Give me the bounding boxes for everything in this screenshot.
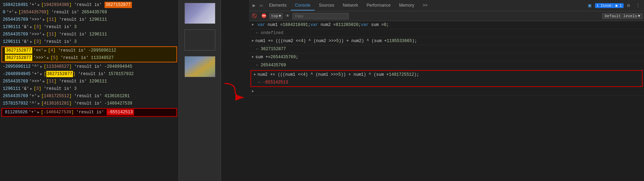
- context-selector[interactable]: top ▼: [269, 13, 283, 19]
- console-output: ► var num1 = 1684218491 ; var num2 = 811…: [249, 21, 644, 181]
- notification-icon[interactable]: ▣: [586, 2, 593, 8]
- red-arrow-icon: [223, 80, 247, 101]
- debug-line-12: 1296111 '&' ▶ [ 3 ] 'result is' 3: [0, 85, 179, 93]
- expand-icon-5: ►: [252, 88, 254, 95]
- tab-more[interactable]: >>: [418, 1, 432, 11]
- settings-icon[interactable]: ⚙: [625, 2, 632, 8]
- console-highlight-box: ► num2 += (((num1 << 4 ) ^ (num1 >>> 5 )…: [250, 70, 643, 87]
- cursor-icon[interactable]: ▶: [250, 2, 257, 8]
- debug-line-15: 811285026 '+' ▶ [ -1466427539 ] 'result …: [2, 109, 176, 116]
- default-levels-dropdown[interactable]: Default levels ▼: [602, 13, 643, 19]
- arrow-container: [221, 0, 249, 181]
- debug-line-14: 1578157932 '^' ▶ [ 4136161281 ] 'result …: [0, 100, 179, 107]
- tab-memory[interactable]: Memory: [395, 1, 418, 11]
- expand-icon-2[interactable]: ►: [252, 38, 254, 44]
- devtools-panel: ▶ ▭ Elements Console Sources Network Per…: [249, 0, 644, 181]
- console-input-3: ► sum += 2654435769 ;: [249, 53, 644, 61]
- tab-elements[interactable]: Elements: [265, 1, 291, 11]
- result-arrow-icon-2: ←: [256, 46, 259, 52]
- thumbnail-3: [185, 56, 215, 77]
- debug-line-3: 2654435769 '>>>' ▶ [ 11 ] 'result is' 12…: [0, 16, 179, 24]
- context-label: top: [271, 14, 278, 18]
- filter-input[interactable]: [293, 13, 349, 19]
- thumbnail-2: [185, 29, 215, 51]
- expand-icon-4[interactable]: ►: [254, 72, 256, 78]
- thumbnail-panel: [179, 0, 221, 181]
- console-input-2: ► num1 += (((num2 << 4 ) ^ (num2 >>> 5 )…: [249, 37, 644, 45]
- debug-line-1: 1684218491 '+' ▶ [ 1942934386 ] 'result …: [0, 1, 179, 9]
- yellow-highlight-box: 3627152877 '<<' ▶ [ 4 ] 'result is' -209…: [1, 46, 177, 62]
- debug-line-9: -2095096112 '^' ▶ [ 113348527 ] 'result …: [0, 63, 179, 71]
- mobile-icon[interactable]: ▭: [257, 2, 264, 8]
- result-arrow-icon: ←: [256, 30, 259, 36]
- tab-console[interactable]: Console: [291, 1, 315, 11]
- thumbnail-1: [185, 3, 215, 24]
- result-arrow-icon-3: ←: [256, 62, 259, 68]
- console-result-3: ← 2654435769: [249, 61, 644, 69]
- eye-icon[interactable]: 👁: [284, 13, 291, 19]
- result-arrow-icon-4: ←: [258, 79, 261, 86]
- debug-line-5: 2654435769 '>>>' ▶ [ 11 ] 'result is' 12…: [0, 31, 179, 38]
- debug-line-8: 3627152877 '>>>' ▶ [ 5 ] 'result is' 113…: [2, 54, 176, 62]
- console-toolbar: 🚫 ⛔ top ▼ 👁 Default levels ▼: [249, 11, 644, 21]
- debugger-panel: 1684218491 '+' ▶ [ 1942934386 ] 'result …: [0, 0, 179, 181]
- expand-icon-1[interactable]: ►: [252, 22, 254, 28]
- tab-network[interactable]: Network: [338, 1, 362, 11]
- console-input-1: ► var num1 = 1684218491 ; var num2 = 811…: [249, 21, 644, 29]
- console-result-2: ← 3627152877: [249, 45, 644, 53]
- tab-performance[interactable]: Performance: [362, 1, 395, 11]
- clear-console-button[interactable]: 🚫: [250, 13, 259, 19]
- expand-icon-3[interactable]: ►: [252, 54, 254, 60]
- debug-line-2: 0 '+' ▶ [ 2654435769 ] 'result is' 26544…: [0, 9, 179, 16]
- more-options-icon[interactable]: ⋮: [633, 2, 643, 8]
- tab-sources[interactable]: Sources: [315, 1, 338, 11]
- console-result-4: ← -655142513: [251, 79, 642, 86]
- debug-line-10: -2048994945 '+' ▶ [ 3627152877 ] 'result…: [0, 71, 179, 78]
- debug-line-13: 2654435769 '+' ▶ [ 1481725512 ] 'result …: [0, 93, 179, 100]
- console-prompt-line[interactable]: ►: [249, 88, 644, 96]
- devtools-tab-bar: ▶ ▭ Elements Console Sources Network Per…: [249, 0, 644, 11]
- toggle-filter-button[interactable]: ⛔: [260, 13, 268, 19]
- tabs-right-actions: ▣ 1 Issue: ▣ 1 ⚙ ⋮: [586, 2, 643, 8]
- context-dropdown-icon: ▼: [279, 14, 281, 18]
- debug-line-6: 1296111 '&' ▶ [ 3 ] 'result is' 3: [0, 38, 179, 46]
- debug-line-11: 2654435769 '>>>' ▶ [ 11 ] 'result is' 12…: [0, 78, 179, 85]
- issue-badge[interactable]: 1 Issue: ▣ 1: [595, 3, 624, 8]
- debug-line-4: 1296111 '&' ▶ [ 3 ] 'result is' 3: [0, 24, 179, 31]
- debug-line-7: 3627152877 '<<' ▶ [ 4 ] 'result is' -209…: [2, 47, 176, 54]
- console-result-1: ← undefined: [249, 29, 644, 37]
- red-highlight-box: 811285026 '+' ▶ [ -1466427539 ] 'result …: [1, 108, 177, 117]
- console-input-4: ► num2 += (((num1 << 4 ) ^ (num1 >>> 5 )…: [251, 71, 642, 79]
- levels-dropdown-icon: ▼: [638, 14, 640, 18]
